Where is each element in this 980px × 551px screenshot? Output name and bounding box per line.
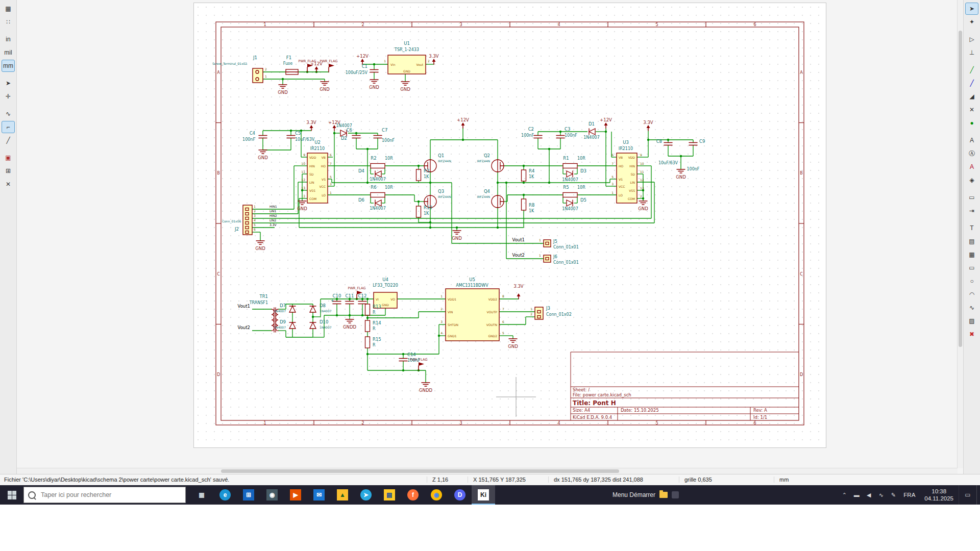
pen-icon[interactable]: ✎ — [887, 485, 899, 505]
units-mil-button[interactable]: mil — [2, 46, 15, 59]
svg-text:HO: HO — [619, 164, 624, 168]
svg-text:4: 4 — [557, 22, 560, 27]
hierarchical-label-tool[interactable]: ◈ — [965, 174, 978, 186]
svg-text:LIN: LIN — [630, 181, 635, 184]
highlight-net-tool[interactable]: ✦ — [965, 16, 978, 28]
svg-text:7: 7 — [330, 162, 332, 165]
taskbar-menu-demarrer[interactable]: Menu Démarrer — [612, 491, 679, 498]
highlight-net-icon[interactable]: ▣ — [2, 152, 15, 164]
textbox-tool[interactable]: ▤ — [965, 235, 978, 247]
svg-text:3.3V: 3.3V — [513, 284, 524, 289]
volume-icon[interactable]: ◀ — [863, 485, 875, 505]
grid-style-lines-icon[interactable]: ∷ — [2, 16, 15, 28]
ortho-wire-mode-icon[interactable]: ⌐ — [2, 121, 15, 133]
search-input[interactable] — [40, 491, 164, 499]
taskbar-app-telegram[interactable]: ➤ — [354, 485, 378, 505]
table-tool[interactable]: ▦ — [965, 248, 978, 261]
svg-text:10R: 10R — [385, 156, 393, 161]
taskbar-app-edge[interactable]: e — [213, 485, 237, 505]
add-wire-tool[interactable]: ╱ — [965, 64, 978, 76]
taskbar-app-google-drive[interactable]: ▲ — [331, 485, 354, 505]
horizontal-scrollbar-thumb[interactable] — [221, 469, 619, 473]
schematic-canvas[interactable]: 112233445566AABBCCDD J1Screw_Terminal_01… — [17, 0, 963, 474]
taskbar-app-task-view[interactable]: ▦ — [190, 485, 213, 505]
delete-tool[interactable]: ✖ — [965, 328, 978, 340]
taskbar-app-media-player[interactable]: ▶ — [284, 485, 307, 505]
svg-text:4: 4 — [254, 218, 256, 222]
svg-text:3.3V: 3.3V — [270, 223, 277, 227]
windows-logo-icon — [8, 491, 16, 499]
bezier-tool[interactable]: ∿ — [965, 302, 978, 314]
svg-text:6: 6 — [254, 228, 256, 231]
schematic-drawing[interactable]: 112233445566AABBCCDD J1Screw_Terminal_01… — [194, 3, 826, 447]
free-angle-wire-mode-icon[interactable]: ╱ — [2, 134, 15, 146]
svg-text:IRFZ44N: IRFZ44N — [438, 159, 451, 163]
taskbar-app-chrome[interactable]: ◉ — [425, 485, 448, 505]
grid-style-dots-icon[interactable]: ▦ — [2, 3, 15, 15]
hierarchy-navigator-icon[interactable]: ⊞ — [2, 165, 15, 177]
svg-text:AMC1311BDWV: AMC1311BDWV — [456, 283, 488, 288]
vertical-scrollbar-thumb[interactable] — [959, 31, 962, 347]
svg-text:R8: R8 — [529, 203, 534, 208]
taskbar-app-mail[interactable]: ✉ — [307, 485, 331, 505]
add-junction-tool[interactable]: ● — [965, 117, 978, 129]
svg-text:LIN1: LIN1 — [270, 209, 277, 213]
netclass-directive-tool[interactable]: Ⓐ — [965, 147, 978, 160]
svg-text:C: C — [217, 272, 220, 277]
taskbar-app-file-explorer[interactable]: ▤ — [378, 485, 401, 505]
properties-panel-icon[interactable]: ✕ — [2, 178, 15, 190]
show-hidden-pins-icon[interactable]: ∿ — [2, 108, 15, 120]
circle-tool[interactable]: ○ — [965, 275, 978, 287]
svg-text:100uF/25V: 100uF/25V — [346, 70, 368, 75]
horizontal-scrollbar[interactable] — [17, 468, 958, 474]
text-tool[interactable]: T — [965, 222, 978, 234]
cursor-default-icon[interactable]: ➤ — [2, 77, 15, 89]
global-label-tool[interactable]: A — [965, 161, 978, 173]
units-inch-button[interactable]: in — [2, 33, 15, 45]
svg-text:IRFZ44N: IRFZ44N — [477, 159, 490, 163]
arc-tool[interactable]: ◠ — [965, 288, 978, 300]
svg-text:C8: C8 — [656, 139, 662, 144]
svg-text:Conn_01x01: Conn_01x01 — [553, 245, 579, 249]
svg-text:5: 5 — [330, 175, 332, 179]
rectangle-tool[interactable]: ▭ — [965, 262, 978, 274]
network-icon[interactable]: ∿ — [875, 485, 887, 505]
svg-text:J6: J6 — [553, 254, 557, 259]
add-power-tool[interactable]: ⊥ — [965, 46, 978, 59]
sheet-pin-tool[interactable]: ⇥ — [965, 205, 978, 217]
taskbar-app-discord[interactable]: D — [448, 485, 472, 505]
taskbar-app-firefox[interactable]: f — [401, 485, 425, 505]
add-bus-tool[interactable]: ╱ — [965, 77, 978, 89]
net-label-tool[interactable]: A — [965, 134, 978, 146]
taskbar-app-camera[interactable]: ◉ — [260, 485, 284, 505]
svg-text:A: A — [217, 70, 220, 75]
svg-text:10R: 10R — [577, 185, 585, 190]
start-button[interactable] — [0, 485, 23, 505]
svg-text:9: 9 — [640, 153, 642, 157]
units-mm-button[interactable]: mm — [2, 60, 15, 72]
tray-expand-icon[interactable]: ⌃ — [838, 485, 850, 505]
taskbar-app-kicad[interactable]: Ki — [472, 485, 495, 505]
image-tool[interactable]: ▨ — [965, 315, 978, 327]
add-symbol-tool[interactable]: ▷ — [965, 33, 978, 45]
svg-text:C10: C10 — [333, 293, 341, 298]
no-connect-tool[interactable]: ✕ — [965, 104, 978, 116]
title-block-sheet: Sheet: / — [573, 387, 590, 392]
language-indicator[interactable]: FRA — [899, 492, 919, 498]
show-desktop-button[interactable] — [976, 485, 980, 505]
svg-text:7: 7 — [611, 162, 614, 165]
wire-to-bus-entry-tool[interactable]: ◢ — [965, 90, 978, 103]
vertical-scrollbar[interactable] — [957, 0, 963, 468]
add-sheet-tool[interactable]: ▭ — [965, 191, 978, 204]
svg-text:100nF: 100nF — [687, 167, 700, 171]
taskbar-app-store[interactable]: ⊞ — [237, 485, 260, 505]
taskbar-search[interactable] — [23, 487, 186, 503]
select-tool[interactable]: ➤ — [965, 3, 978, 15]
battery-icon[interactable]: ▬ — [850, 485, 863, 505]
taskbar-clock[interactable]: 10:38 04.11.2025 — [919, 488, 959, 503]
svg-text:R: R — [373, 327, 376, 331]
action-center-icon[interactable]: ▭ — [959, 485, 976, 505]
cursor-crosshair-icon[interactable]: ✛ — [2, 90, 15, 103]
svg-text:Vout2: Vout2 — [512, 253, 525, 258]
svg-text:1: 1 — [265, 74, 267, 78]
